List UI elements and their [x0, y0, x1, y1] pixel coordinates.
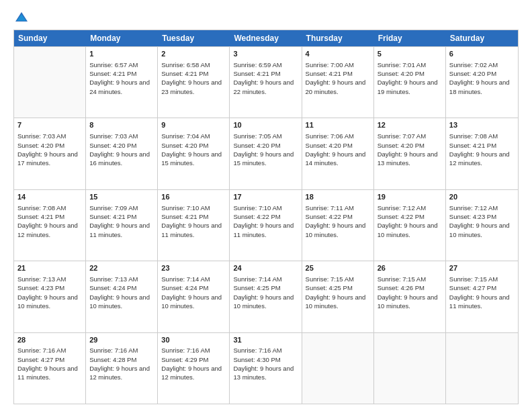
day-info: Sunrise: 7:10 AM Sunset: 4:21 PM Dayligh… — [161, 203, 226, 239]
day-number: 14 — [17, 192, 82, 202]
calendar-cell: 4Sunrise: 7:00 AM Sunset: 4:21 PM Daylig… — [302, 47, 374, 118]
calendar-cell: 13Sunrise: 7:08 AM Sunset: 4:21 PM Dayli… — [446, 118, 518, 189]
calendar-cell: 18Sunrise: 7:11 AM Sunset: 4:22 PM Dayli… — [302, 190, 374, 261]
day-info: Sunrise: 7:04 AM Sunset: 4:20 PM Dayligh… — [161, 132, 226, 167]
day-number: 27 — [449, 263, 515, 273]
calendar-cell: 30Sunrise: 7:16 AM Sunset: 4:29 PM Dayli… — [158, 333, 230, 404]
day-info: Sunrise: 7:11 AM Sunset: 4:22 PM Dayligh… — [306, 203, 370, 239]
calendar-cell: 12Sunrise: 7:07 AM Sunset: 4:20 PM Dayli… — [374, 118, 446, 189]
calendar-week: 7Sunrise: 7:03 AM Sunset: 4:20 PM Daylig… — [14, 118, 518, 189]
day-number: 11 — [306, 120, 370, 130]
day-number: 9 — [161, 120, 226, 130]
day-number: 1 — [89, 49, 154, 59]
calendar-cell: 14Sunrise: 7:08 AM Sunset: 4:21 PM Dayli… — [14, 190, 86, 261]
calendar-week: 28Sunrise: 7:16 AM Sunset: 4:27 PM Dayli… — [14, 332, 518, 404]
logo-icon — [14, 11, 29, 23]
calendar-cell: 6Sunrise: 7:02 AM Sunset: 4:20 PM Daylig… — [446, 47, 518, 118]
day-info: Sunrise: 7:06 AM Sunset: 4:20 PM Dayligh… — [306, 132, 370, 167]
logo — [13, 11, 30, 23]
day-info: Sunrise: 7:14 AM Sunset: 4:25 PM Dayligh… — [233, 275, 298, 310]
calendar-header-cell: Monday — [86, 30, 158, 46]
calendar-cell — [302, 333, 374, 404]
calendar-cell: 15Sunrise: 7:09 AM Sunset: 4:21 PM Dayli… — [86, 190, 158, 261]
day-number: 26 — [378, 263, 442, 273]
calendar-cell — [374, 333, 446, 404]
calendar-cell: 21Sunrise: 7:13 AM Sunset: 4:23 PM Dayli… — [14, 261, 86, 332]
day-number: 10 — [233, 120, 298, 130]
calendar-cell: 7Sunrise: 7:03 AM Sunset: 4:20 PM Daylig… — [14, 118, 86, 189]
day-number: 31 — [233, 335, 298, 345]
day-info: Sunrise: 7:15 AM Sunset: 4:25 PM Dayligh… — [306, 275, 370, 310]
calendar-cell: 8Sunrise: 7:03 AM Sunset: 4:20 PM Daylig… — [86, 118, 158, 189]
day-info: Sunrise: 7:07 AM Sunset: 4:20 PM Dayligh… — [378, 132, 442, 167]
day-info: Sunrise: 7:13 AM Sunset: 4:24 PM Dayligh… — [89, 275, 154, 310]
day-info: Sunrise: 7:10 AM Sunset: 4:22 PM Dayligh… — [233, 203, 298, 239]
day-number: 15 — [89, 192, 154, 202]
day-info: Sunrise: 7:02 AM Sunset: 4:20 PM Dayligh… — [449, 60, 515, 96]
calendar-cell: 2Sunrise: 6:58 AM Sunset: 4:21 PM Daylig… — [158, 47, 230, 118]
calendar-header-cell: Friday — [374, 30, 446, 46]
calendar-cell: 19Sunrise: 7:12 AM Sunset: 4:22 PM Dayli… — [374, 190, 446, 261]
day-number: 2 — [161, 49, 226, 59]
calendar-cell: 10Sunrise: 7:05 AM Sunset: 4:20 PM Dayli… — [230, 118, 302, 189]
day-number: 30 — [161, 335, 226, 345]
calendar-cell: 29Sunrise: 7:16 AM Sunset: 4:28 PM Dayli… — [86, 333, 158, 404]
day-info: Sunrise: 7:03 AM Sunset: 4:20 PM Dayligh… — [89, 132, 154, 167]
day-info: Sunrise: 7:16 AM Sunset: 4:29 PM Dayligh… — [161, 346, 226, 381]
day-number: 18 — [306, 192, 370, 202]
calendar-cell: 26Sunrise: 7:15 AM Sunset: 4:26 PM Dayli… — [374, 261, 446, 332]
day-number: 13 — [449, 120, 515, 130]
calendar-cell: 22Sunrise: 7:13 AM Sunset: 4:24 PM Dayli… — [86, 261, 158, 332]
day-number: 22 — [89, 263, 154, 273]
day-info: Sunrise: 7:08 AM Sunset: 4:21 PM Dayligh… — [17, 203, 82, 239]
day-info: Sunrise: 7:09 AM Sunset: 4:21 PM Dayligh… — [89, 203, 154, 239]
day-info: Sunrise: 7:08 AM Sunset: 4:21 PM Dayligh… — [449, 132, 515, 167]
day-number: 24 — [233, 263, 298, 273]
calendar-cell: 24Sunrise: 7:14 AM Sunset: 4:25 PM Dayli… — [230, 261, 302, 332]
day-number: 21 — [17, 263, 82, 273]
calendar-cell: 23Sunrise: 7:14 AM Sunset: 4:24 PM Dayli… — [158, 261, 230, 332]
calendar-header-cell: Wednesday — [230, 30, 302, 46]
day-number: 28 — [17, 335, 82, 345]
day-info: Sunrise: 7:16 AM Sunset: 4:30 PM Dayligh… — [233, 346, 298, 381]
calendar-week: 1Sunrise: 6:57 AM Sunset: 4:21 PM Daylig… — [14, 46, 518, 118]
day-info: Sunrise: 7:05 AM Sunset: 4:20 PM Dayligh… — [233, 132, 298, 167]
calendar-cell: 5Sunrise: 7:01 AM Sunset: 4:20 PM Daylig… — [374, 47, 446, 118]
day-info: Sunrise: 7:16 AM Sunset: 4:28 PM Dayligh… — [89, 346, 154, 381]
calendar-header-cell: Sunday — [14, 30, 86, 46]
page: SundayMondayTuesdayWednesdayThursdayFrid… — [0, 0, 532, 411]
day-number: 12 — [378, 120, 442, 130]
header — [13, 11, 519, 23]
calendar-header-cell: Thursday — [302, 30, 374, 46]
calendar-cell — [446, 333, 518, 404]
day-info: Sunrise: 7:12 AM Sunset: 4:23 PM Dayligh… — [449, 203, 515, 239]
calendar-cell: 17Sunrise: 7:10 AM Sunset: 4:22 PM Dayli… — [230, 190, 302, 261]
logo-text — [13, 11, 30, 23]
calendar-week: 14Sunrise: 7:08 AM Sunset: 4:21 PM Dayli… — [14, 189, 518, 261]
day-info: Sunrise: 6:59 AM Sunset: 4:21 PM Dayligh… — [233, 60, 298, 96]
calendar-header-cell: Saturday — [446, 30, 518, 46]
calendar-body: 1Sunrise: 6:57 AM Sunset: 4:21 PM Daylig… — [14, 46, 518, 404]
day-info: Sunrise: 7:14 AM Sunset: 4:24 PM Dayligh… — [161, 275, 226, 310]
calendar-cell: 28Sunrise: 7:16 AM Sunset: 4:27 PM Dayli… — [14, 333, 86, 404]
day-number: 16 — [161, 192, 226, 202]
day-info: Sunrise: 7:12 AM Sunset: 4:22 PM Dayligh… — [378, 203, 442, 239]
calendar-week: 21Sunrise: 7:13 AM Sunset: 4:23 PM Dayli… — [14, 261, 518, 332]
day-number: 19 — [378, 192, 442, 202]
calendar-header-cell: Tuesday — [158, 30, 230, 46]
day-number: 7 — [17, 120, 82, 130]
day-info: Sunrise: 7:03 AM Sunset: 4:20 PM Dayligh… — [17, 132, 82, 167]
day-number: 25 — [306, 263, 370, 273]
calendar-cell: 16Sunrise: 7:10 AM Sunset: 4:21 PM Dayli… — [158, 190, 230, 261]
day-info: Sunrise: 7:15 AM Sunset: 4:27 PM Dayligh… — [449, 275, 515, 310]
calendar-cell: 1Sunrise: 6:57 AM Sunset: 4:21 PM Daylig… — [86, 47, 158, 118]
day-number: 23 — [161, 263, 226, 273]
day-number: 8 — [89, 120, 154, 130]
day-number: 29 — [89, 335, 154, 345]
calendar-cell — [14, 47, 86, 118]
day-info: Sunrise: 7:16 AM Sunset: 4:27 PM Dayligh… — [17, 346, 82, 381]
day-number: 4 — [306, 49, 370, 59]
day-number: 6 — [449, 49, 515, 59]
day-info: Sunrise: 7:00 AM Sunset: 4:21 PM Dayligh… — [306, 60, 370, 96]
day-info: Sunrise: 6:57 AM Sunset: 4:21 PM Dayligh… — [89, 60, 154, 96]
